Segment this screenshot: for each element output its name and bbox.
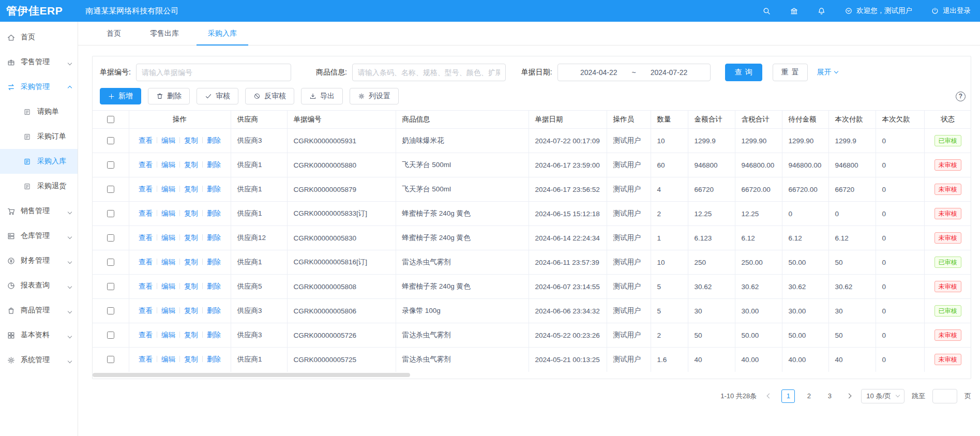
copy-link[interactable]: 复制 (184, 355, 198, 363)
bell-icon[interactable] (817, 7, 826, 16)
edit-link[interactable]: 编辑 (161, 307, 175, 314)
bill-no-input[interactable] (136, 64, 291, 81)
audit-button[interactable]: 审核 (197, 88, 238, 104)
row-checkbox[interactable] (107, 356, 114, 363)
view-link[interactable]: 查看 (139, 258, 153, 266)
sidebar-item-reports[interactable]: 报表查询 (0, 273, 78, 298)
delete-link[interactable]: 删除 (207, 137, 221, 144)
tab-home[interactable]: 首页 (92, 22, 135, 45)
delete-link[interactable]: 删除 (207, 209, 221, 217)
copy-link[interactable]: 复制 (184, 234, 198, 242)
jump-page-input[interactable] (932, 389, 957, 403)
delete-link[interactable]: 删除 (207, 234, 221, 242)
row-checkbox[interactable] (107, 161, 114, 169)
view-link[interactable]: 查看 (139, 161, 153, 169)
reset-button[interactable]: 重置 (773, 64, 808, 81)
tab-retail-outbound[interactable]: 零售出库 (135, 22, 193, 45)
page-1-button[interactable]: 1 (781, 389, 795, 403)
copy-link[interactable]: 复制 (184, 209, 198, 217)
welcome-user[interactable]: 欢迎您，测试用户 (845, 6, 912, 16)
app-logo[interactable]: 管伊佳ERP (6, 4, 63, 18)
delete-link[interactable]: 删除 (207, 355, 221, 363)
row-checkbox[interactable] (107, 234, 114, 242)
expand-link[interactable]: 展开 (817, 68, 838, 77)
next-page-button[interactable] (843, 394, 854, 398)
delete-link[interactable]: 删除 (207, 258, 221, 266)
view-link[interactable]: 查看 (139, 137, 153, 144)
sidebar-item-purchase-inbound[interactable]: 采购入库 (0, 149, 78, 174)
row-checkbox[interactable] (107, 332, 114, 339)
help-icon[interactable]: ? (956, 92, 966, 101)
copy-link[interactable]: 复制 (184, 161, 198, 169)
delete-link[interactable]: 删除 (207, 161, 221, 169)
search-icon[interactable] (762, 7, 771, 16)
page-size-select[interactable]: 10 条/页 (861, 389, 904, 403)
edit-link[interactable]: 编辑 (161, 258, 175, 266)
row-checkbox[interactable] (107, 137, 114, 144)
copy-link[interactable]: 复制 (184, 185, 198, 193)
sidebar-item-retail[interactable]: 零售管理 (0, 50, 78, 74)
sidebar-item-warehouse[interactable]: 仓库管理 (0, 223, 78, 248)
view-link[interactable]: 查看 (139, 209, 153, 217)
sidebar-item-finance[interactable]: 财务管理 (0, 248, 78, 273)
edit-link[interactable]: 编辑 (161, 185, 175, 193)
copy-link[interactable]: 复制 (184, 258, 198, 266)
delete-link[interactable]: 删除 (207, 307, 221, 314)
copy-link[interactable]: 复制 (184, 331, 198, 339)
view-link[interactable]: 查看 (139, 355, 153, 363)
delete-link[interactable]: 删除 (207, 331, 221, 339)
page-2-button[interactable]: 2 (802, 389, 816, 403)
copy-link[interactable]: 复制 (184, 137, 198, 144)
edit-link[interactable]: 编辑 (161, 331, 175, 339)
edit-link[interactable]: 编辑 (161, 234, 175, 242)
sidebar-item-purchase-request[interactable]: 请购单 (0, 99, 78, 124)
tab-purchase-inbound[interactable]: 采购入库 (193, 22, 251, 45)
prev-page-button[interactable] (764, 394, 774, 398)
delete-link[interactable]: 删除 (207, 185, 221, 193)
edit-link[interactable]: 编辑 (161, 282, 175, 290)
sidebar-item-sales[interactable]: 销售管理 (0, 199, 78, 223)
row-checkbox[interactable] (107, 283, 114, 290)
row-checkbox[interactable] (107, 307, 114, 314)
horizontal-scrollbar[interactable] (93, 372, 971, 379)
copy-link[interactable]: 复制 (184, 282, 198, 290)
date-range-picker[interactable]: 2024-04-22 ~ 2024-07-22 (557, 64, 711, 81)
view-link[interactable]: 查看 (139, 307, 153, 314)
view-link[interactable]: 查看 (139, 234, 153, 242)
unaudit-button[interactable]: 反审核 (245, 88, 294, 104)
export-button[interactable]: 导出 (301, 88, 343, 104)
date-cell: 2024-06-17 23:56:52 (529, 177, 607, 202)
product-cell: 飞天茅台 500ml (396, 153, 529, 177)
sidebar-item-goods[interactable]: 商品管理 (0, 298, 78, 323)
row-checkbox[interactable] (107, 259, 114, 266)
view-link[interactable]: 查看 (139, 331, 153, 339)
edit-link[interactable]: 编辑 (161, 355, 175, 363)
row-checkbox[interactable] (107, 186, 114, 193)
bank-icon[interactable] (790, 7, 798, 16)
date-to[interactable]: 2024-07-22 (651, 68, 688, 77)
edit-link[interactable]: 编辑 (161, 137, 175, 144)
date-from[interactable]: 2024-04-22 (580, 68, 617, 77)
view-link[interactable]: 查看 (139, 185, 153, 193)
table-row: 查看编辑复制删除 供应商5 CGRK00000005808 蜂蜜柚子茶 240g… (93, 275, 971, 299)
sidebar-item-system[interactable]: 系统管理 (0, 348, 78, 372)
sidebar-item-basic-data[interactable]: 基本资料 (0, 323, 78, 348)
search-button[interactable]: 查询 (725, 64, 762, 81)
view-link[interactable]: 查看 (139, 282, 153, 290)
edit-link[interactable]: 编辑 (161, 209, 175, 217)
sidebar-item-purchase-return[interactable]: 采购退货 (0, 174, 78, 199)
row-checkbox[interactable] (107, 210, 114, 217)
copy-link[interactable]: 复制 (184, 307, 198, 314)
delete-button[interactable]: 删除 (148, 88, 190, 104)
sidebar-item-purchase[interactable]: 采购管理 (0, 74, 78, 99)
edit-link[interactable]: 编辑 (161, 161, 175, 169)
delete-link[interactable]: 删除 (207, 282, 221, 290)
column-settings-button[interactable]: 列设置 (350, 88, 399, 104)
logout-button[interactable]: 退出登录 (931, 6, 971, 16)
add-button[interactable]: 新增 (100, 88, 141, 104)
page-3-button[interactable]: 3 (823, 389, 836, 403)
sidebar-item-purchase-order[interactable]: 采购订单 (0, 124, 78, 149)
sidebar-item-home[interactable]: 首页 (0, 25, 78, 50)
product-info-input[interactable] (352, 64, 506, 81)
select-all-checkbox[interactable] (107, 116, 114, 123)
